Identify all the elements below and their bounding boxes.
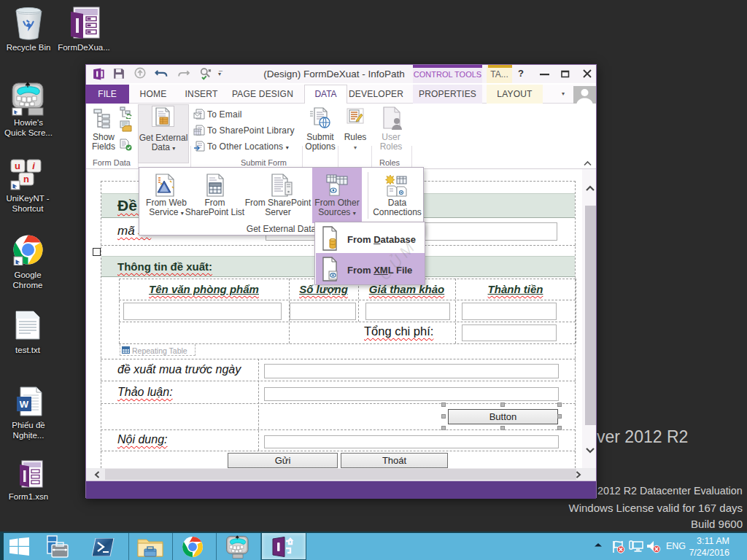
svg-text:i: i (32, 160, 35, 171)
svg-text:n: n (23, 174, 29, 184)
svg-text:u: u (15, 160, 20, 171)
svg-text:W: W (20, 399, 29, 410)
